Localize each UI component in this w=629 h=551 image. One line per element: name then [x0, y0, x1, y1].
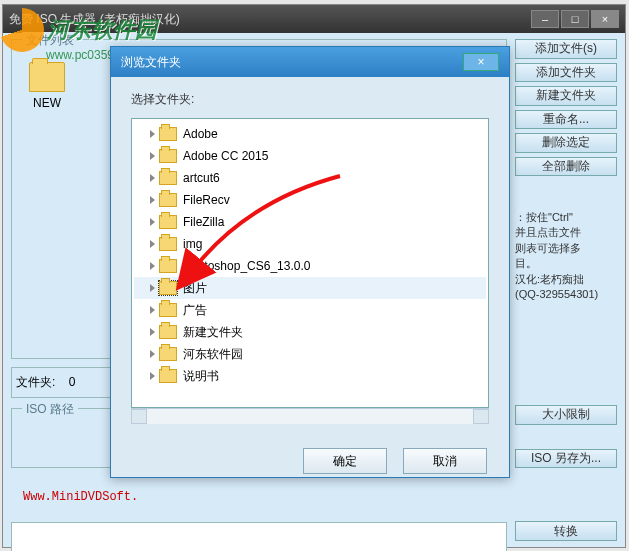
- dialog-title: 浏览文件夹: [121, 54, 463, 71]
- dialog-close-button[interactable]: ×: [463, 53, 499, 71]
- tree-item[interactable]: 河东软件园: [134, 343, 486, 365]
- close-button[interactable]: ×: [591, 10, 619, 28]
- folder-icon: [159, 369, 177, 383]
- folder-icon: [159, 193, 177, 207]
- tree-item-label: artcut6: [183, 171, 220, 185]
- browse-folder-dialog: 浏览文件夹 × 选择文件夹: AdobeAdobe CC 2015artcut6…: [110, 46, 510, 478]
- add-folder-button[interactable]: 添加文件夹: [515, 63, 617, 83]
- cancel-button[interactable]: 取消: [403, 448, 487, 474]
- tree-item[interactable]: Photoshop_CS6_13.0.0: [134, 255, 486, 277]
- tree-item[interactable]: img: [134, 233, 486, 255]
- tree-item[interactable]: FileRecv: [134, 189, 486, 211]
- tree-item[interactable]: artcut6: [134, 167, 486, 189]
- expand-icon[interactable]: [150, 152, 155, 160]
- folder-tree[interactable]: AdobeAdobe CC 2015artcut6FileRecvFileZil…: [131, 118, 489, 408]
- tree-item[interactable]: 图片: [134, 277, 486, 299]
- expand-icon[interactable]: [150, 218, 155, 226]
- tree-item-label: 广告: [183, 302, 207, 319]
- expand-icon[interactable]: [150, 328, 155, 336]
- tree-item-label: Adobe: [183, 127, 218, 141]
- tree-item-label: 说明书: [183, 368, 219, 385]
- folder-icon: [159, 325, 177, 339]
- folder-icon: [159, 171, 177, 185]
- expand-icon[interactable]: [150, 372, 155, 380]
- right-column: 添加文件(s) 添加文件夹 新建文件夹 重命名... 删除选定 全部删除 ：按住…: [515, 39, 617, 541]
- folder-icon: [159, 237, 177, 251]
- tree-item[interactable]: Adobe CC 2015: [134, 145, 486, 167]
- folder-label: NEW: [22, 96, 72, 110]
- expand-icon[interactable]: [150, 130, 155, 138]
- tree-item-label: Adobe CC 2015: [183, 149, 268, 163]
- tree-item-label: FileZilla: [183, 215, 224, 229]
- tree-item-label: 河东软件园: [183, 346, 243, 363]
- horizontal-scrollbar[interactable]: [131, 408, 489, 424]
- expand-icon[interactable]: [150, 174, 155, 182]
- folder-icon: [159, 149, 177, 163]
- dialog-buttons: 确定 取消: [111, 434, 509, 488]
- delete-all-button[interactable]: 全部删除: [515, 157, 617, 177]
- hint-text: ：按住"Ctrl" 并且点击文件 则表可选择多 目。 汉化:老朽痴拙 (QQ-3…: [515, 210, 617, 302]
- folder-icon: [159, 259, 177, 273]
- titlebar: 免费 ISO 生成器 (老朽痴拙汉化) – □ ×: [3, 5, 625, 33]
- tree-item[interactable]: 新建文件夹: [134, 321, 486, 343]
- folder-count-value: 0: [69, 375, 76, 389]
- folder-icon: [159, 127, 177, 141]
- expand-icon[interactable]: [150, 284, 155, 292]
- iso-path-legend: ISO 路径: [22, 401, 78, 418]
- delete-selected-button[interactable]: 删除选定: [515, 133, 617, 153]
- window-buttons: – □ ×: [531, 10, 619, 28]
- convert-button[interactable]: 转换: [515, 521, 617, 541]
- add-files-button[interactable]: 添加文件(s): [515, 39, 617, 59]
- maximize-button[interactable]: □: [561, 10, 589, 28]
- tree-item-label: 图片: [183, 280, 207, 297]
- dialog-label: 选择文件夹:: [131, 91, 489, 108]
- folder-icon: [29, 62, 65, 92]
- folder-item[interactable]: NEW: [22, 62, 72, 110]
- dialog-body: 选择文件夹: AdobeAdobe CC 2015artcut6FileRecv…: [111, 77, 509, 434]
- dialog-titlebar: 浏览文件夹 ×: [111, 47, 509, 77]
- tree-item-label: img: [183, 237, 202, 251]
- expand-icon[interactable]: [150, 262, 155, 270]
- tree-item-label: Photoshop_CS6_13.0.0: [183, 259, 310, 273]
- save-iso-button[interactable]: ISO 另存为...: [515, 449, 617, 469]
- scroll-left-icon[interactable]: [131, 409, 147, 424]
- tree-item[interactable]: FileZilla: [134, 211, 486, 233]
- expand-icon[interactable]: [150, 306, 155, 314]
- scroll-right-icon[interactable]: [473, 409, 489, 424]
- tree-item[interactable]: 说明书: [134, 365, 486, 387]
- tree-item-label: FileRecv: [183, 193, 230, 207]
- file-list-legend: 文件列表: [22, 32, 78, 49]
- folder-icon: [159, 347, 177, 361]
- tree-item[interactable]: 广告: [134, 299, 486, 321]
- folder-icon: [159, 303, 177, 317]
- footer-url: Www.MiniDVDSoft.: [11, 490, 507, 504]
- ok-button[interactable]: 确定: [303, 448, 387, 474]
- expand-icon[interactable]: [150, 240, 155, 248]
- scroll-track[interactable]: [147, 409, 473, 424]
- expand-icon[interactable]: [150, 196, 155, 204]
- size-limit-button[interactable]: 大小限制: [515, 405, 617, 425]
- progress-bar: [11, 522, 507, 551]
- tree-item-label: 新建文件夹: [183, 324, 243, 341]
- new-folder-button[interactable]: 新建文件夹: [515, 86, 617, 106]
- expand-icon[interactable]: [150, 350, 155, 358]
- folder-count-label: 文件夹:: [16, 375, 55, 389]
- window-title: 免费 ISO 生成器 (老朽痴拙汉化): [9, 11, 531, 28]
- rename-button[interactable]: 重命名...: [515, 110, 617, 130]
- folder-icon: [159, 281, 177, 295]
- folder-icon: [159, 215, 177, 229]
- minimize-button[interactable]: –: [531, 10, 559, 28]
- tree-item[interactable]: Adobe: [134, 123, 486, 145]
